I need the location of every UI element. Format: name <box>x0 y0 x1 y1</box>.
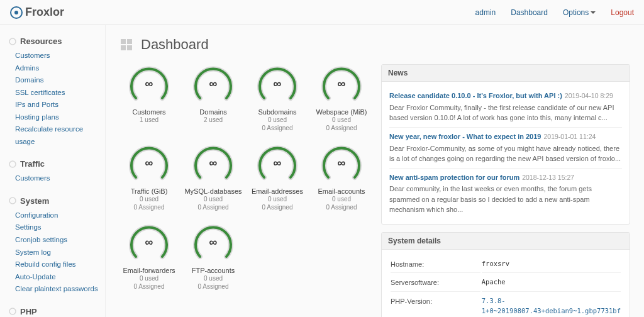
sidebar-item[interactable]: Settings <box>15 223 42 231</box>
infinity-icon: ∞ <box>145 77 153 91</box>
news-title-link[interactable]: New anti-spam protection for our forum <box>389 174 519 181</box>
gauge: ∞Email-accounts0 used0 Assigned <box>312 143 371 211</box>
hostname-value: froxsrv <box>482 256 621 274</box>
sidebar-item[interactable]: System log <box>15 248 51 256</box>
infinity-icon: ∞ <box>274 157 282 170</box>
gauge-used: 0 used <box>312 195 371 203</box>
news-text: Dear Froxlor-Community, as some of you m… <box>389 143 622 164</box>
top-nav: admin Dashboard Options Logout <box>475 8 634 17</box>
gauge-assigned: 0 Assigned <box>312 124 371 132</box>
svg-point-5 <box>9 308 16 314</box>
svg-rect-8 <box>127 39 132 44</box>
gauge-label: MySQL-databases <box>184 187 243 195</box>
svg-point-4 <box>9 197 16 204</box>
gauge: ∞Webspace (MiB)0 used0 Assigned <box>312 64 371 132</box>
gauge-used: 0 used <box>119 195 179 203</box>
gauge-assigned: 0 Assigned <box>119 282 179 291</box>
sidebar-item[interactable]: Domains <box>15 76 43 84</box>
svg-rect-7 <box>121 39 126 44</box>
page-title: Dashboard <box>141 36 209 53</box>
gauge-used: 0 used <box>248 116 307 124</box>
gauge: ∞Email-addresses0 used0 Assigned <box>248 143 307 211</box>
gauge-label: Email-forwarders <box>119 267 179 274</box>
sidebar-item[interactable]: Customers <box>15 52 50 59</box>
gauge-used: 0 used <box>248 195 307 203</box>
gauge-label: Subdomains <box>248 108 307 116</box>
sidebar-item[interactable]: Configuration <box>15 211 58 219</box>
group-icon <box>9 160 16 168</box>
svg-point-3 <box>9 161 16 167</box>
news-panel: News Release candidate 0.10.0 - It's Fro… <box>381 64 630 225</box>
sidebar-item[interactable]: Admins <box>15 64 39 72</box>
chevron-down-icon <box>591 11 596 14</box>
gauge-label: Email-addresses <box>248 187 307 195</box>
gauge-used: 1 used <box>119 116 179 124</box>
gauge: ∞Domains2 used <box>184 64 243 132</box>
nav-logout[interactable]: Logout <box>611 8 634 17</box>
gauge-grid: ∞Customers1 used∞Domains2 used∞Subdomain… <box>119 64 371 291</box>
sidebar-item[interactable]: Clear plaintext passwords <box>15 285 98 292</box>
gauge-assigned: 0 Assigned <box>248 124 307 132</box>
gauge: ∞Traffic (GiB)0 used0 Assigned <box>119 143 179 211</box>
gauge-used: 0 used <box>184 195 243 203</box>
infinity-icon: ∞ <box>145 157 153 170</box>
news-panel-header: News <box>382 65 630 82</box>
infinity-icon: ∞ <box>338 157 346 170</box>
infinity-icon: ∞ <box>338 77 346 91</box>
page-header: Dashboard <box>119 36 630 53</box>
system-details-table: Hostname:froxsrv Serversoftware:Apache P… <box>389 255 622 317</box>
gauge-assigned: 0 Assigned <box>184 282 243 291</box>
gauge-label: Domains <box>184 108 243 116</box>
infinity-icon: ∞ <box>145 236 153 249</box>
gauge-label: Traffic (GiB) <box>119 187 179 195</box>
news-item: Release candidate 0.10.0 - It's Froxlor,… <box>389 87 622 128</box>
gauge-used: 2 used <box>184 116 243 124</box>
infinity-icon: ∞ <box>274 77 282 91</box>
sidebar-group-title: System <box>9 196 99 206</box>
froxlor-icon <box>10 6 23 19</box>
sidebar-item[interactable]: IPs and Ports <box>15 101 58 108</box>
infinity-icon: ∞ <box>209 157 218 170</box>
gauge: ∞Email-forwarders0 used0 Assigned <box>119 223 179 291</box>
sidebar-group-title: Traffic <box>9 159 99 169</box>
news-title-link[interactable]: New year, new froxlor - What to expect i… <box>389 133 541 140</box>
sidebar-item[interactable]: Hosting plans <box>15 113 59 121</box>
gauge-used: 0 used <box>312 116 371 124</box>
sidebar-item[interactable]: Customers <box>15 174 50 182</box>
infinity-icon: ∞ <box>209 236 218 249</box>
sidebar-item[interactable]: Cronjob settings <box>15 236 67 243</box>
gauge-assigned: 0 Assigned <box>184 203 243 211</box>
svg-point-1 <box>14 11 18 14</box>
svg-rect-10 <box>127 45 132 50</box>
topbar: Froxlor admin Dashboard Options Logout <box>0 0 644 25</box>
brand-logo[interactable]: Froxlor <box>10 6 64 19</box>
news-item: New anti-spam protection for our forum20… <box>389 169 622 219</box>
gauge: ∞MySQL-databases0 used0 Assigned <box>184 143 243 211</box>
news-item: New year, new froxlor - What to expect i… <box>389 128 622 169</box>
gauge-label: Webspace (MiB) <box>312 108 371 116</box>
nav-dashboard[interactable]: Dashboard <box>511 8 548 17</box>
brand-name: Froxlor <box>25 6 64 19</box>
gauge-assigned: 0 Assigned <box>312 203 371 211</box>
gauge-assigned: 0 Assigned <box>248 203 307 211</box>
nav-options[interactable]: Options <box>563 8 596 17</box>
serversoftware-value: Apache <box>482 274 621 292</box>
svg-point-2 <box>9 38 16 45</box>
system-details-panel: System details Hostname:froxsrv Serverso… <box>381 232 630 317</box>
sidebar-item[interactable]: Rebuild config files <box>15 260 76 268</box>
php-version-link[interactable]: 7.3.8-1+0~20190807.43+debian9~1.gbp7731b… <box>482 297 621 314</box>
sidebar: ResourcesCustomersAdminsDomainsSSL certi… <box>0 25 106 317</box>
gauge: ∞Subdomains0 used0 Assigned <box>248 64 307 132</box>
news-date: 2019-01-01 11:24 <box>543 133 596 140</box>
group-icon <box>9 38 16 45</box>
svg-rect-9 <box>121 45 126 50</box>
sidebar-item[interactable]: Recalculate resource usage <box>15 125 83 145</box>
gauge: ∞FTP-accounts0 used0 Assigned <box>184 223 243 291</box>
sidebar-item[interactable]: SSL certificates <box>15 89 65 96</box>
nav-user[interactable]: admin <box>475 8 496 17</box>
gauge-label: Customers <box>119 108 179 116</box>
sidebar-item[interactable]: Auto-Update <box>15 273 56 281</box>
group-icon <box>9 197 16 204</box>
news-title-link[interactable]: Release candidate 0.10.0 - It's Froxlor,… <box>389 92 562 99</box>
sidebar-group-title: Resources <box>9 36 99 46</box>
